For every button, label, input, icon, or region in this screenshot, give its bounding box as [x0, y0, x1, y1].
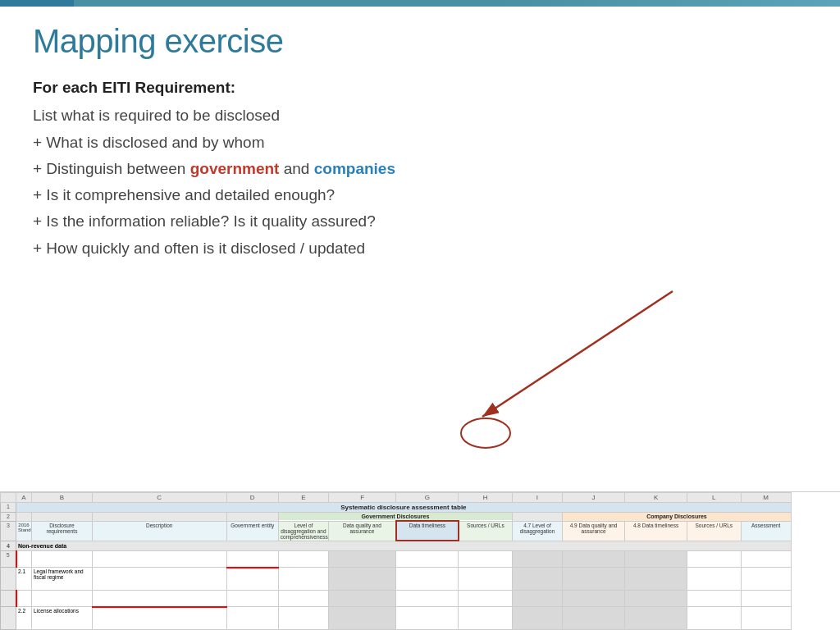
arrow-line — [482, 291, 673, 417]
cell-7i — [512, 591, 562, 607]
cell-2b — [32, 513, 93, 522]
company-disclosures-header: Company Disclosures — [563, 513, 792, 522]
cell-6h — [459, 568, 512, 591]
cell-6b: Legal framework and fiscal regime — [32, 568, 93, 591]
cell-7k — [625, 591, 687, 607]
bullet-list: For each EITI Requirement: List what is … — [33, 75, 807, 262]
bullet-item-6: + How quickly and often is it disclosed … — [33, 235, 807, 262]
cell-5i — [512, 551, 562, 568]
sub-company-time: 4.8 Data timeliness — [625, 521, 687, 541]
col-b: B — [32, 493, 93, 503]
col-letter-row: A B C D E F G H I J K L M — [1, 493, 840, 503]
bullet-text-6: + How quickly and often is it disclosed … — [33, 240, 365, 257]
sheet-row-6: 2.1 Legal framework and fiscal regime — [1, 568, 840, 591]
cell-5l — [687, 551, 741, 568]
cell-8k — [625, 607, 687, 630]
cell-7j — [563, 591, 625, 607]
cell-6d — [226, 568, 278, 591]
sheet-row-7 — [1, 591, 840, 607]
cell-8h — [459, 607, 512, 630]
bullet-item-3: + Distinguish between government and com… — [33, 156, 807, 182]
cell-6a: 2.1 — [16, 568, 32, 591]
col-num — [1, 493, 16, 503]
col-h: H — [459, 493, 512, 503]
cell-6j — [563, 568, 625, 591]
col-f: F — [329, 493, 396, 503]
cell-6c — [92, 568, 226, 591]
cell-2c — [92, 513, 226, 522]
sheet-title: Systematic disclosure assessment table — [16, 503, 792, 513]
col-l: L — [687, 493, 741, 503]
bullet-text-3-pre: + Distinguish between — [33, 160, 190, 177]
sheet-row-1: 1 Systematic disclosure assessment table — [1, 503, 840, 513]
sub-company-sources: Sources / URLs — [687, 521, 741, 541]
bullet-text-0: For each EITI Requirement: — [33, 79, 235, 96]
col-i: I — [512, 493, 562, 503]
cell-7h — [459, 591, 512, 607]
sub-timeliness: Data timeliness — [396, 521, 459, 541]
sheet-row-8: 2.2 License allocations — [1, 607, 840, 630]
row-num-1: 1 — [1, 503, 16, 513]
cell-5c — [92, 551, 226, 568]
top-bar-left-accent — [0, 0, 74, 7]
slide-content: Mapping exercise For each EITI Requireme… — [0, 7, 840, 270]
cell-8l — [687, 607, 741, 630]
cell-2d — [226, 513, 278, 522]
cell-6g — [396, 568, 459, 591]
sheet-row-5: 5 — [1, 551, 840, 568]
sub-2016: 2016 Standard — [16, 521, 32, 541]
sub-description: Description — [92, 521, 226, 541]
cell-8g — [396, 607, 459, 630]
cell-6l — [687, 568, 741, 591]
row-num-6 — [1, 568, 16, 591]
highlight-circle — [461, 418, 510, 448]
bullet-text-1: List what is required to be disclosed — [33, 107, 280, 124]
cell-5a — [16, 551, 32, 568]
cell-2i — [512, 513, 562, 522]
cell-8a: 2.2 — [16, 607, 32, 630]
cell-6k — [625, 568, 687, 591]
cell-8d — [226, 607, 278, 630]
cell-8c — [92, 607, 226, 630]
gov-disclosures-header: Government Disclosures — [278, 513, 512, 522]
cell-7c — [92, 591, 226, 607]
cell-6i — [512, 568, 562, 591]
slide-title: Mapping exercise — [33, 23, 807, 60]
sub-company-quality: 4.9 Data quality and assurance — [563, 521, 625, 541]
bullet-text-companies: companies — [314, 160, 395, 177]
row-num-2: 2 — [1, 513, 16, 522]
cell-7a — [16, 591, 32, 607]
col-j: J — [563, 493, 625, 503]
section-nonrevenue: Non-revenue data — [16, 541, 792, 551]
bullet-text-2: + What is disclosed and by whom — [33, 134, 265, 151]
sub-assessment: Assessment — [741, 521, 791, 541]
cell-8f — [329, 607, 396, 630]
bullet-text-5: + Is the information reliable? Is it qua… — [33, 212, 376, 230]
col-k: K — [625, 493, 687, 503]
sheet-row-4: 4 Non-revenue data — [1, 541, 840, 551]
cell-7b — [32, 591, 93, 607]
row-num-5: 5 — [1, 551, 16, 568]
sub-gov-entity: Government entity — [226, 521, 278, 541]
sub-disagg: Level of disaggregation and comprehensiv… — [278, 521, 328, 541]
sub-level-disagg: 4.7 Level of disaggregation — [512, 521, 562, 541]
cell-6e — [278, 568, 328, 591]
bullet-item-4: + Is it comprehensive and detailed enoug… — [33, 182, 807, 208]
top-accent-bar — [0, 0, 840, 7]
cell-5m — [741, 551, 791, 568]
cell-5j — [563, 551, 625, 568]
cell-6f — [329, 568, 396, 591]
bullet-text-and: and — [279, 160, 313, 177]
cell-6m — [741, 568, 791, 591]
cell-5k — [625, 551, 687, 568]
sub-sources: Sources / URLs — [459, 521, 512, 541]
cell-7m — [741, 591, 791, 607]
sheet-row-2: 2 Government Disclosures Company Disclos… — [1, 513, 840, 522]
cell-5b — [32, 551, 93, 568]
cell-7g — [396, 591, 459, 607]
bullet-text-government: government — [190, 160, 280, 177]
cell-7f — [329, 591, 396, 607]
row-num-8 — [1, 607, 16, 630]
col-c: C — [92, 493, 226, 503]
cell-8e — [278, 607, 328, 630]
